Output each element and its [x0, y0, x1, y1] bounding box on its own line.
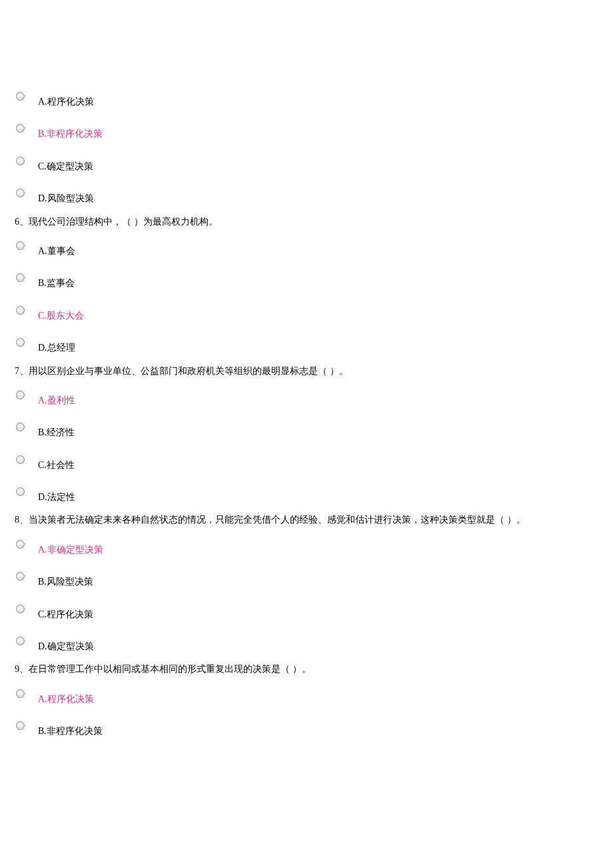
option-row[interactable]: A.程序化决策	[13, 683, 600, 709]
question-block: A.程序化决策B.非程序化决策C.确定型决策D.风险型决策	[13, 85, 600, 209]
option-row[interactable]: D.法定性	[13, 481, 600, 507]
radio-icon[interactable]	[16, 605, 25, 613]
option-label: C.股东大会	[38, 306, 84, 323]
question-block: 7、用以区别企业与事业单位、公益部门和政府机关等组织的最明显标志是（ ）。A.盈…	[13, 364, 600, 508]
radio-icon[interactable]	[16, 338, 25, 347]
radio-icon[interactable]	[16, 391, 25, 399]
radio-icon[interactable]	[16, 423, 25, 431]
radio-icon[interactable]	[16, 540, 25, 549]
radio-icon[interactable]	[16, 241, 25, 250]
option-row[interactable]: B.非程序化决策	[13, 117, 600, 144]
question-text: 9、在日常管理工作中以相同或基本相同的形式重复出现的决策是（ ）。	[13, 662, 600, 677]
option-row[interactable]: B.监事会	[13, 267, 600, 293]
option-label: B.非程序化决策	[38, 124, 103, 141]
option-row[interactable]: A.盈利性	[13, 384, 600, 411]
option-label: A.盈利性	[38, 391, 75, 408]
option-row[interactable]: B.风险型决策	[13, 565, 600, 592]
option-label: C.确定型决策	[38, 157, 93, 174]
option-row[interactable]: A.程序化决策	[13, 85, 600, 112]
radio-icon[interactable]	[16, 487, 25, 496]
radio-icon[interactable]	[16, 572, 25, 581]
option-row[interactable]: B.非程序化决策	[13, 715, 600, 741]
option-label: A.非确定型决策	[38, 540, 103, 557]
option-label: A.董事会	[38, 241, 75, 259]
question-block: 6、现代公司治理结构中，（ ）为最高权力机构。A.董事会B.监事会C.股东大会D…	[13, 215, 600, 359]
radio-icon[interactable]	[16, 306, 25, 315]
option-label: C.社会性	[38, 455, 75, 473]
option-row[interactable]: C.程序化决策	[13, 598, 600, 625]
option-row[interactable]: C.确定型决策	[13, 150, 600, 177]
option-label: B.监事会	[38, 273, 75, 291]
option-row[interactable]: D.确定型决策	[13, 630, 600, 657]
option-label: C.程序化决策	[38, 605, 93, 622]
option-row[interactable]: A.董事会	[13, 235, 600, 261]
option-label: B.非程序化决策	[38, 721, 103, 739]
option-label: A.程序化决策	[38, 689, 94, 707]
radio-icon[interactable]	[16, 124, 25, 133]
option-row[interactable]: C.股东大会	[13, 299, 600, 326]
radio-icon[interactable]	[16, 92, 25, 101]
question-text: 7、用以区别企业与事业单位、公益部门和政府机关等组织的最明显标志是（ ）。	[13, 364, 600, 379]
option-label: A.程序化决策	[38, 92, 94, 109]
radio-icon[interactable]	[16, 189, 25, 197]
radio-icon[interactable]	[16, 689, 25, 698]
option-row[interactable]: B.经济性	[13, 416, 600, 443]
question-text: 6、现代公司治理结构中，（ ）为最高权力机构。	[13, 215, 600, 229]
option-label: D.确定型决策	[38, 637, 94, 654]
option-row[interactable]: D.风险型决策	[13, 182, 600, 209]
option-label: D.总经理	[38, 338, 75, 355]
question-block: 8、当决策者无法确定未来各种自然状态的情况，只能完全凭借个人的经验、感觉和估计进…	[13, 513, 600, 657]
radio-icon[interactable]	[16, 637, 25, 645]
option-label: D.风险型决策	[38, 189, 94, 206]
radio-icon[interactable]	[16, 455, 25, 464]
option-row[interactable]: C.社会性	[13, 449, 600, 475]
option-row[interactable]: D.总经理	[13, 331, 600, 358]
question-block: 9、在日常管理工作中以相同或基本相同的形式重复出现的决策是（ ）。A.程序化决策…	[13, 662, 600, 741]
question-text: 8、当决策者无法确定未来各种自然状态的情况，只能完全凭借个人的经验、感觉和估计进…	[13, 513, 600, 527]
radio-icon[interactable]	[16, 721, 25, 730]
option-row[interactable]: A.非确定型决策	[13, 533, 600, 560]
radio-icon[interactable]	[16, 157, 25, 165]
option-label: B.经济性	[38, 423, 75, 440]
radio-icon[interactable]	[16, 273, 25, 282]
option-label: D.法定性	[38, 487, 75, 505]
option-label: B.风险型决策	[38, 572, 93, 589]
